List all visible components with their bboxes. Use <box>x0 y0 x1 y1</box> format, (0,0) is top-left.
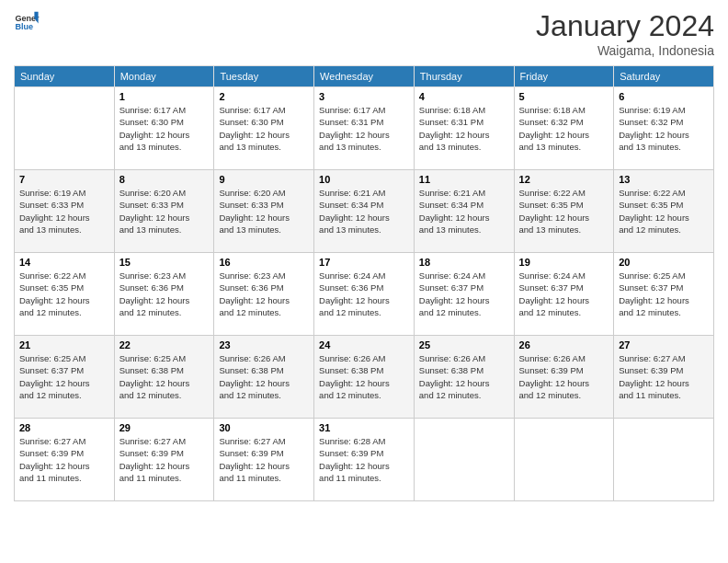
table-row: 15Sunrise: 6:23 AM Sunset: 6:36 PM Dayli… <box>114 253 214 336</box>
day-info: Sunrise: 6:22 AM Sunset: 6:35 PM Dayligh… <box>519 187 609 236</box>
day-info: Sunrise: 6:27 AM Sunset: 6:39 PM Dayligh… <box>219 435 309 484</box>
table-row: 14Sunrise: 6:22 AM Sunset: 6:35 PM Dayli… <box>15 253 115 336</box>
day-number: 19 <box>519 257 609 268</box>
table-row: 18Sunrise: 6:24 AM Sunset: 6:37 PM Dayli… <box>414 253 514 336</box>
table-row: 31Sunrise: 6:28 AM Sunset: 6:39 PM Dayli… <box>314 419 415 501</box>
day-number: 27 <box>619 339 709 350</box>
day-number: 28 <box>19 422 109 433</box>
calendar-week-row: 1Sunrise: 6:17 AM Sunset: 6:30 PM Daylig… <box>15 87 714 170</box>
table-row: 23Sunrise: 6:26 AM Sunset: 6:38 PM Dayli… <box>214 336 314 419</box>
day-info: Sunrise: 6:24 AM Sunset: 6:37 PM Dayligh… <box>419 270 509 318</box>
header: General Blue January 2024 Waigama, Indon… <box>14 9 714 58</box>
table-row: 30Sunrise: 6:27 AM Sunset: 6:39 PM Dayli… <box>214 419 314 501</box>
calendar-week-row: 21Sunrise: 6:25 AM Sunset: 6:37 PM Dayli… <box>15 336 714 419</box>
table-row: 24Sunrise: 6:26 AM Sunset: 6:38 PM Dayli… <box>314 336 415 419</box>
table-row: 9Sunrise: 6:20 AM Sunset: 6:33 PM Daylig… <box>214 170 314 253</box>
table-row: 17Sunrise: 6:24 AM Sunset: 6:36 PM Dayli… <box>314 253 415 336</box>
page: General Blue January 2024 Waigama, Indon… <box>0 0 728 563</box>
day-number: 6 <box>619 91 709 102</box>
day-number: 11 <box>419 174 509 185</box>
table-row <box>614 419 714 501</box>
day-info: Sunrise: 6:23 AM Sunset: 6:36 PM Dayligh… <box>119 270 210 318</box>
day-info: Sunrise: 6:19 AM Sunset: 6:33 PM Dayligh… <box>19 187 109 236</box>
table-row: 1Sunrise: 6:17 AM Sunset: 6:30 PM Daylig… <box>114 87 214 170</box>
month-title: January 2024 <box>536 9 714 43</box>
table-row: 10Sunrise: 6:21 AM Sunset: 6:34 PM Dayli… <box>314 170 415 253</box>
table-row: 7Sunrise: 6:19 AM Sunset: 6:33 PM Daylig… <box>15 170 115 253</box>
table-row: 20Sunrise: 6:25 AM Sunset: 6:37 PM Dayli… <box>614 253 714 336</box>
day-info: Sunrise: 6:25 AM Sunset: 6:37 PM Dayligh… <box>619 270 709 318</box>
day-number: 8 <box>119 174 210 185</box>
table-row <box>414 419 514 501</box>
day-info: Sunrise: 6:25 AM Sunset: 6:38 PM Dayligh… <box>119 352 210 401</box>
day-number: 4 <box>419 91 509 102</box>
day-number: 23 <box>219 339 309 350</box>
calendar-header-row: Sunday Monday Tuesday Wednesday Thursday… <box>15 66 714 87</box>
day-info: Sunrise: 6:27 AM Sunset: 6:39 PM Dayligh… <box>19 435 109 484</box>
day-number: 31 <box>319 422 409 433</box>
day-info: Sunrise: 6:26 AM Sunset: 6:38 PM Dayligh… <box>219 352 309 401</box>
day-info: Sunrise: 6:24 AM Sunset: 6:36 PM Dayligh… <box>319 270 409 318</box>
table-row: 29Sunrise: 6:27 AM Sunset: 6:39 PM Dayli… <box>114 419 214 501</box>
day-info: Sunrise: 6:21 AM Sunset: 6:34 PM Dayligh… <box>319 187 409 236</box>
location: Waigama, Indonesia <box>536 43 714 58</box>
table-row: 21Sunrise: 6:25 AM Sunset: 6:37 PM Dayli… <box>15 336 115 419</box>
table-row: 5Sunrise: 6:18 AM Sunset: 6:32 PM Daylig… <box>514 87 614 170</box>
col-wednesday: Wednesday <box>314 66 415 87</box>
day-number: 16 <box>219 257 309 268</box>
day-number: 5 <box>519 91 609 102</box>
day-number: 9 <box>219 174 309 185</box>
day-number: 17 <box>319 257 409 268</box>
calendar-week-row: 14Sunrise: 6:22 AM Sunset: 6:35 PM Dayli… <box>15 253 714 336</box>
day-number: 21 <box>19 339 109 350</box>
col-saturday: Saturday <box>614 66 714 87</box>
day-info: Sunrise: 6:23 AM Sunset: 6:36 PM Dayligh… <box>219 270 309 318</box>
day-info: Sunrise: 6:22 AM Sunset: 6:35 PM Dayligh… <box>619 187 709 236</box>
day-number: 12 <box>519 174 609 185</box>
day-number: 10 <box>319 174 409 185</box>
calendar-week-row: 28Sunrise: 6:27 AM Sunset: 6:39 PM Dayli… <box>15 419 714 501</box>
day-info: Sunrise: 6:22 AM Sunset: 6:35 PM Dayligh… <box>19 270 109 318</box>
svg-text:Blue: Blue <box>15 22 33 31</box>
table-row: 16Sunrise: 6:23 AM Sunset: 6:36 PM Dayli… <box>214 253 314 336</box>
col-friday: Friday <box>514 66 614 87</box>
day-number: 2 <box>219 91 309 102</box>
day-number: 20 <box>619 257 709 268</box>
title-block: January 2024 Waigama, Indonesia <box>536 9 714 58</box>
day-info: Sunrise: 6:26 AM Sunset: 6:38 PM Dayligh… <box>319 352 409 401</box>
day-info: Sunrise: 6:19 AM Sunset: 6:32 PM Dayligh… <box>619 104 709 153</box>
table-row: 2Sunrise: 6:17 AM Sunset: 6:30 PM Daylig… <box>214 87 314 170</box>
day-number: 15 <box>119 257 210 268</box>
day-info: Sunrise: 6:17 AM Sunset: 6:30 PM Dayligh… <box>119 104 210 153</box>
table-row: 13Sunrise: 6:22 AM Sunset: 6:35 PM Dayli… <box>614 170 714 253</box>
table-row: 11Sunrise: 6:21 AM Sunset: 6:34 PM Dayli… <box>414 170 514 253</box>
day-number: 30 <box>219 422 309 433</box>
day-number: 13 <box>619 174 709 185</box>
calendar-week-row: 7Sunrise: 6:19 AM Sunset: 6:33 PM Daylig… <box>15 170 714 253</box>
table-row: 25Sunrise: 6:26 AM Sunset: 6:38 PM Dayli… <box>414 336 514 419</box>
day-info: Sunrise: 6:25 AM Sunset: 6:37 PM Dayligh… <box>19 352 109 401</box>
table-row: 12Sunrise: 6:22 AM Sunset: 6:35 PM Dayli… <box>514 170 614 253</box>
day-info: Sunrise: 6:27 AM Sunset: 6:39 PM Dayligh… <box>619 352 709 401</box>
table-row: 27Sunrise: 6:27 AM Sunset: 6:39 PM Dayli… <box>614 336 714 419</box>
day-info: Sunrise: 6:27 AM Sunset: 6:39 PM Dayligh… <box>119 435 210 484</box>
col-tuesday: Tuesday <box>214 66 314 87</box>
day-number: 26 <box>519 339 609 350</box>
day-info: Sunrise: 6:20 AM Sunset: 6:33 PM Dayligh… <box>219 187 309 236</box>
calendar-table: Sunday Monday Tuesday Wednesday Thursday… <box>14 65 714 501</box>
day-number: 3 <box>319 91 409 102</box>
day-number: 24 <box>319 339 409 350</box>
day-info: Sunrise: 6:26 AM Sunset: 6:38 PM Dayligh… <box>419 352 509 401</box>
col-monday: Monday <box>114 66 214 87</box>
table-row: 8Sunrise: 6:20 AM Sunset: 6:33 PM Daylig… <box>114 170 214 253</box>
day-number: 14 <box>19 257 109 268</box>
day-number: 29 <box>119 422 210 433</box>
table-row: 26Sunrise: 6:26 AM Sunset: 6:39 PM Dayli… <box>514 336 614 419</box>
logo-icon: General Blue <box>14 9 40 35</box>
day-number: 22 <box>119 339 210 350</box>
table-row <box>514 419 614 501</box>
day-info: Sunrise: 6:21 AM Sunset: 6:34 PM Dayligh… <box>419 187 509 236</box>
logo: General Blue <box>14 9 40 35</box>
table-row: 22Sunrise: 6:25 AM Sunset: 6:38 PM Dayli… <box>114 336 214 419</box>
day-number: 25 <box>419 339 509 350</box>
